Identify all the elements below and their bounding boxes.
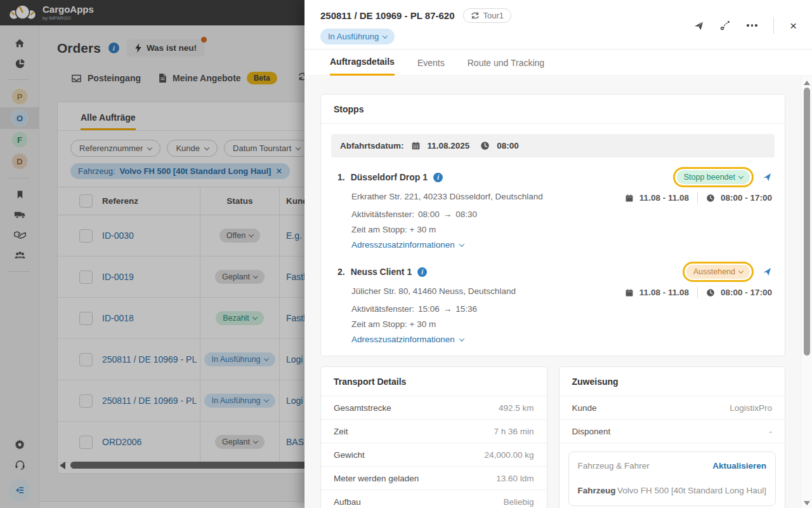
tab-events[interactable]: Events (417, 50, 445, 76)
stop-item: 2. Neuss Client 1 i Ausstehend (331, 252, 775, 344)
transport-details-card: Transport Details Gesamtstrecke492.5 km … (320, 366, 547, 508)
stop-status-label: Stopp beendet (684, 173, 735, 182)
chevron-down-icon (738, 173, 743, 178)
departure-time: 08:00 (497, 141, 519, 150)
assignment-card: Zuweisung KundeLogistixPro Disponent- Fa… (559, 366, 786, 508)
arrow-right-icon: → (443, 210, 452, 219)
stop-time-range: 08:00 - 17:00 (721, 193, 772, 203)
activity-window-label: Aktivitätsfenster: (351, 210, 414, 219)
chevron-down-icon (459, 241, 464, 246)
highlight-ring: Stopp beendet (673, 167, 754, 187)
stop-time-range: 08:00 - 17:00 (721, 288, 772, 297)
row-label: Aufbau (334, 497, 361, 507)
order-detail-panel: 250811 / DE 10969 - PL 87-620 Tour1 In A… (304, 0, 812, 508)
address-info-link[interactable]: Adresszusatzinformationen (337, 335, 772, 344)
scroll-up-arrow-icon[interactable] (804, 81, 810, 85)
highlight-ring: Ausstehend (683, 262, 754, 282)
activity-end: 08:30 (455, 210, 477, 219)
row-label: Gesamtstrecke (334, 403, 391, 413)
vehicle-driver-box: Fahrzeug & Fahrer Aktualisieren Fahrzeug… (568, 451, 776, 506)
detail-row: Gewicht24,000.00 kg (321, 443, 547, 467)
send-icon[interactable] (693, 20, 704, 31)
departure-date: 11.08.2025 (428, 141, 470, 150)
detail-row: AufbauBeliebig (321, 490, 547, 508)
close-icon[interactable]: × (790, 20, 797, 32)
activity-start: 08:00 (418, 210, 440, 219)
tab-route-tracking[interactable]: Route und Tracking (468, 50, 544, 76)
meta-divider (697, 192, 698, 204)
detail-body: Stopps Abfahrtsdatum: 11.08.2025 08:00 1 (304, 77, 801, 508)
modal-backdrop[interactable] (0, 0, 304, 508)
order-title: 250811 / DE 10969 - PL 87-620 (320, 10, 455, 21)
info-icon[interactable]: i (433, 173, 443, 182)
info-icon[interactable]: i (417, 267, 427, 277)
update-link[interactable]: Aktualisieren (712, 461, 766, 471)
address-info-label: Adresszusatzinformationen (351, 335, 455, 344)
row-value: - (769, 427, 773, 436)
row-label: Meter werden geladen (334, 474, 419, 483)
chevron-down-icon (738, 268, 743, 273)
detail-tab-bar: Auftragsdetails Events Route und Trackin… (304, 50, 812, 76)
activity-start: 15:06 (418, 304, 440, 314)
detail-row: KundeLogistixPro (560, 396, 785, 420)
row-value: 7 h 36 min (494, 427, 534, 436)
panel-actions: × (693, 17, 797, 34)
address-info-label: Adresszusatzinformationen (351, 240, 455, 250)
clock-icon (706, 194, 715, 203)
row-value: LogistixPro (730, 403, 772, 413)
clock-icon (706, 288, 715, 297)
activity-window-label: Aktivitätsfenster: (351, 304, 414, 314)
stop-number: 1. (337, 172, 345, 182)
row-label: Zeit (334, 427, 348, 436)
actions-divider (773, 17, 774, 34)
route-icon[interactable] (720, 20, 731, 30)
arrow-right-icon: → (443, 304, 452, 314)
scrollbar-thumb[interactable] (804, 88, 810, 356)
stop-address: Erkrather Str. 221, 40233 Düsseldorf, De… (351, 192, 543, 204)
calendar-icon (411, 141, 421, 150)
navigate-icon[interactable] (762, 267, 772, 277)
transport-details-title: Transport Details (321, 367, 547, 396)
row-value: 492.5 km (499, 403, 534, 413)
detail-row: Disponent- (560, 420, 785, 443)
scroll-down-arrow-icon[interactable] (804, 501, 810, 505)
stopps-card: Stopps Abfahrtsdatum: 11.08.2025 08:00 1 (320, 94, 785, 356)
address-info-link[interactable]: Adresszusatzinformationen (337, 240, 772, 250)
tour-chip[interactable]: Tour1 (463, 8, 512, 23)
detail-header: 250811 / DE 10969 - PL 87-620 Tour1 In A… (304, 0, 812, 50)
detail-row: Gesamtstrecke492.5 km (321, 396, 547, 420)
vehicle-value: Volvo FH 500 [40t Standard Long Haul] (617, 486, 766, 495)
more-options-icon[interactable] (747, 24, 757, 27)
detail-row: Zeit7 h 36 min (321, 420, 547, 443)
stop-item: 1. Düsseldorf Drop 1 i Stopp beendet (331, 157, 775, 250)
vertical-scrollbar[interactable] (801, 77, 812, 508)
stop-number: 2. (337, 267, 345, 277)
departure-label: Abfahrtsdatum: (340, 141, 404, 150)
tab-order-details[interactable]: Auftragsdetails (330, 50, 395, 76)
navigate-icon[interactable] (762, 172, 772, 182)
sync-icon (471, 11, 480, 20)
meta-divider (697, 286, 698, 298)
departure-bar: Abfahrtsdatum: 11.08.2025 08:00 (331, 134, 775, 157)
row-label: Disponent (572, 427, 611, 436)
calendar-icon (625, 288, 634, 297)
stop-status-dropdown[interactable]: Stopp beendet (677, 170, 750, 184)
stop-status-dropdown[interactable]: Ausstehend (686, 265, 750, 279)
assignment-title: Zuweisung (560, 367, 785, 396)
row-value: 24,000.00 kg (484, 450, 534, 460)
stop-name: Neuss Client 1 (351, 267, 412, 277)
activity-end: 15:36 (455, 304, 477, 314)
vehicle-driver-title: Fahrzeug & Fahrer (578, 461, 650, 471)
stop-duration: Zeit am Stopp: + 30 m (337, 319, 772, 329)
order-status-label: In Ausführung (328, 32, 379, 41)
row-label: Kunde (572, 403, 597, 413)
screen: CargoApps by IMPARGO P O F D (0, 0, 812, 508)
stopps-title: Stopps (321, 95, 785, 124)
row-value: 13.60 ldm (496, 474, 534, 483)
tour-label: Tour1 (483, 11, 504, 20)
chevron-down-icon (459, 336, 464, 341)
order-status-dropdown[interactable]: In Ausführung (320, 29, 395, 44)
row-value: Beliebig (503, 497, 534, 507)
stop-duration: Zeit am Stopp: + 30 m (337, 225, 772, 234)
stop-name: Düsseldorf Drop 1 (351, 172, 428, 182)
